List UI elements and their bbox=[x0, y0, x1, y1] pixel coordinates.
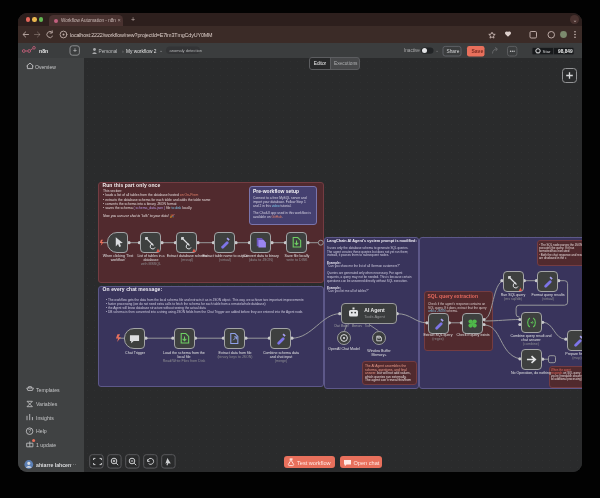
svg-text:Star: Star bbox=[543, 49, 552, 54]
svg-text:AI Agent: AI Agent bbox=[364, 307, 385, 313]
svg-text:Test workflow: Test workflow bbox=[297, 459, 332, 465]
svg-text:?: ? bbox=[28, 428, 31, 434]
svg-text:Inactive: Inactive bbox=[404, 48, 420, 53]
svg-text:My workflow 2: My workflow 2 bbox=[126, 49, 157, 54]
svg-text:Save: Save bbox=[472, 48, 484, 54]
svg-text:Share: Share bbox=[447, 49, 460, 54]
svg-text:⌄: ⌄ bbox=[435, 47, 439, 53]
svg-text:+: + bbox=[73, 47, 77, 54]
svg-text:n8n: n8n bbox=[39, 48, 48, 54]
svg-text:Personal: Personal bbox=[99, 49, 118, 54]
svg-text:›: › bbox=[122, 48, 124, 54]
svg-text:98,849: 98,849 bbox=[558, 49, 573, 54]
svg-text:Tools Agent: Tools Agent bbox=[364, 314, 386, 319]
svg-text:Open chat: Open chat bbox=[353, 459, 379, 465]
svg-text:⌄: ⌄ bbox=[159, 47, 163, 53]
svg-text:anomaly detection: anomaly detection bbox=[170, 48, 202, 53]
